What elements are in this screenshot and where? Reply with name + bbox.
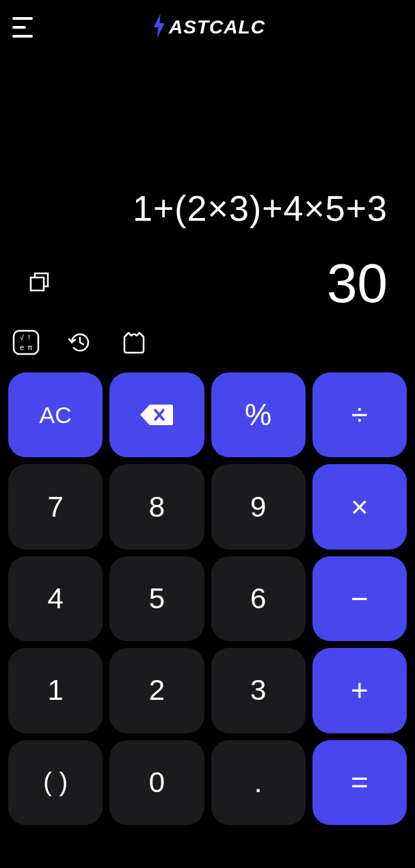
key-plus[interactable]: + xyxy=(312,648,407,733)
history-button[interactable] xyxy=(67,329,93,355)
keypad: AC % ÷ 7 8 9 × 4 5 6 − 1 2 3 + ( ) 0 . = xyxy=(0,372,415,845)
svg-text:!: ! xyxy=(28,334,30,342)
key-decimal[interactable]: . xyxy=(211,740,306,825)
key-equals[interactable]: = xyxy=(312,740,407,825)
app-logo: ASTCALC xyxy=(150,12,265,42)
result-row: 30 xyxy=(27,256,388,311)
key-backspace[interactable] xyxy=(109,372,204,457)
key-ac[interactable]: AC xyxy=(8,372,103,457)
svg-text:π: π xyxy=(27,343,33,351)
key-0[interactable]: 0 xyxy=(109,740,204,825)
key-minus[interactable]: − xyxy=(312,556,407,641)
theme-button[interactable] xyxy=(120,330,148,355)
key-1[interactable]: 1 xyxy=(8,648,103,733)
copy-button[interactable] xyxy=(27,270,52,297)
key-7[interactable]: 7 xyxy=(8,464,103,549)
svg-rect-1 xyxy=(31,277,44,290)
app-name: ASTCALC xyxy=(169,16,265,38)
key-9[interactable]: 9 xyxy=(211,464,306,549)
key-percent[interactable]: % xyxy=(211,372,306,457)
key-3[interactable]: 3 xyxy=(211,648,306,733)
key-6[interactable]: 6 xyxy=(211,556,306,641)
svg-text:e: e xyxy=(20,343,24,351)
bolt-icon xyxy=(150,12,168,42)
svg-rect-2 xyxy=(14,331,38,354)
key-divide[interactable]: ÷ xyxy=(312,372,407,457)
key-parentheses[interactable]: ( ) xyxy=(8,740,103,825)
scientific-mode-button[interactable]: √ ! e π xyxy=(12,329,40,355)
backspace-icon xyxy=(139,402,174,428)
svg-text:√: √ xyxy=(20,334,25,342)
key-8[interactable]: 8 xyxy=(109,464,204,549)
display-area: 1+(2×3)+4×5+3 30 xyxy=(0,55,415,325)
tools-row: √ ! e π xyxy=(0,325,415,372)
menu-button[interactable] xyxy=(12,15,37,40)
key-2[interactable]: 2 xyxy=(109,648,204,733)
key-4[interactable]: 4 xyxy=(8,556,103,641)
key-multiply[interactable]: × xyxy=(312,464,407,549)
header: ASTCALC xyxy=(0,0,415,55)
key-5[interactable]: 5 xyxy=(109,556,204,641)
result-display: 30 xyxy=(327,256,388,311)
expression-display: 1+(2×3)+4×5+3 xyxy=(27,188,388,229)
